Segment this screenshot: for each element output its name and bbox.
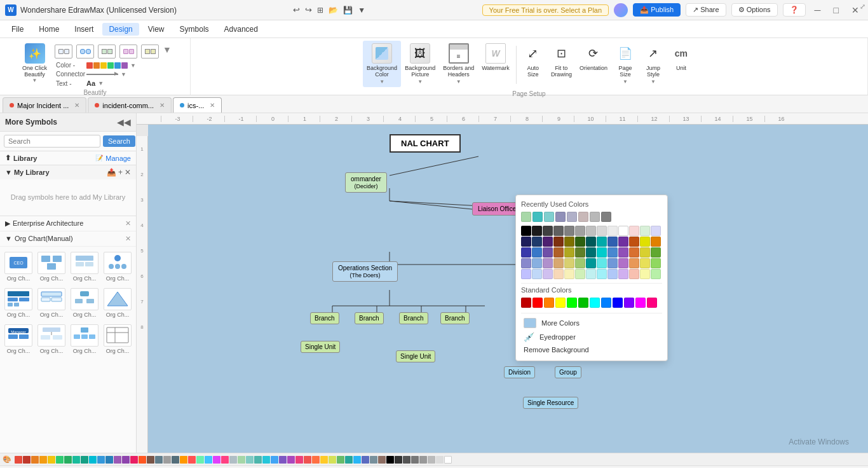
bottom-swatch[interactable] <box>238 456 245 464</box>
tab-close-1[interactable]: ✕ <box>74 102 79 109</box>
color-swatch[interactable] <box>640 247 650 258</box>
bottom-swatch[interactable] <box>64 456 72 464</box>
recent-color-5[interactable] <box>567 212 577 222</box>
org-node-commander[interactable]: ommander(Decider) <box>345 172 387 193</box>
search-button[interactable]: Search <box>103 135 135 147</box>
bottom-swatch[interactable] <box>221 456 229 464</box>
bottom-swatch[interactable] <box>370 456 377 464</box>
tab-ics[interactable]: ics-... ✕ <box>173 97 222 113</box>
my-lib-add-btn[interactable]: + <box>118 168 123 177</box>
std-color-blue[interactable] <box>601 298 611 308</box>
color-swatch[interactable] <box>532 237 542 247</box>
bottom-swatch[interactable] <box>105 456 113 464</box>
background-color-btn[interactable]: BackgroundColor ▼ <box>363 41 401 87</box>
bottom-swatch[interactable] <box>295 456 303 464</box>
bottom-swatch[interactable] <box>254 456 262 464</box>
bottom-swatch[interactable] <box>15 456 22 464</box>
new-btn[interactable]: ⊞ <box>317 6 323 15</box>
bottom-swatch[interactable] <box>39 456 47 464</box>
open-btn[interactable]: 📂 <box>329 6 338 15</box>
color-swatch[interactable] <box>597 269 607 279</box>
jump-style-btn[interactable]: ↗ JumpStyle ▼ <box>639 41 667 87</box>
color-swatch[interactable] <box>553 237 564 247</box>
bottom-swatch[interactable] <box>122 456 130 464</box>
bottom-swatch[interactable] <box>279 456 287 464</box>
shape-variant-5[interactable] <box>140 43 160 60</box>
symbol-item[interactable]: Manager Org Ch... <box>3 322 34 357</box>
std-color-yellow[interactable] <box>555 298 566 308</box>
org-node-branch-3[interactable]: Branch <box>399 312 428 324</box>
bottom-swatch[interactable] <box>287 456 295 464</box>
page-size-btn[interactable]: 📄 PageSize ▼ <box>611 41 639 87</box>
color-swatch[interactable] <box>564 226 574 236</box>
library-manage-btn[interactable]: Manage <box>105 155 131 162</box>
color-swatch[interactable] <box>575 247 585 258</box>
color-swatch[interactable] <box>640 258 650 268</box>
tab-major-incident[interactable]: Major Incident ... ✕ <box>3 97 86 113</box>
color-swatch[interactable] <box>532 258 542 268</box>
org-node-division[interactable]: Division <box>504 366 535 378</box>
save-btn[interactable]: 💾 <box>343 6 353 15</box>
symbol-item[interactable]: CEO Org Ch... <box>3 249 34 284</box>
color-swatch[interactable] <box>553 247 564 258</box>
menu-home[interactable]: Home <box>32 23 65 36</box>
color-swatch[interactable] <box>586 226 596 236</box>
background-picture-btn[interactable]: 🖼 BackgroundPicture ▼ <box>401 41 439 87</box>
color-swatch[interactable] <box>564 247 574 258</box>
bottom-swatch[interactable] <box>23 456 31 464</box>
color-swatch[interactable] <box>521 237 531 247</box>
color-swatch[interactable] <box>651 226 661 236</box>
color-swatch[interactable] <box>564 237 574 247</box>
tab-incident-comm[interactable]: incident-comm... ✕ <box>88 97 172 113</box>
bottom-swatch[interactable] <box>130 456 138 464</box>
maximize-btn[interactable]: □ <box>830 4 843 17</box>
color-swatch[interactable] <box>521 269 531 279</box>
bottom-swatch[interactable] <box>246 456 254 464</box>
color-swatch[interactable] <box>629 269 639 279</box>
color-swatch[interactable] <box>651 258 661 268</box>
symbol-item[interactable]: Org Ch... <box>102 322 133 357</box>
bottom-swatch[interactable] <box>329 456 336 464</box>
symbol-item[interactable]: Org Ch... <box>36 286 67 320</box>
bottom-swatch[interactable] <box>428 456 435 464</box>
bottom-swatch[interactable] <box>271 456 278 464</box>
std-color-green[interactable] <box>578 298 588 308</box>
color-swatch[interactable] <box>618 258 628 268</box>
bottom-swatch[interactable] <box>337 456 344 464</box>
color-swatch[interactable] <box>618 237 628 247</box>
fit-to-drawing-btn[interactable]: ⊡ Fit toDrawing <box>547 41 576 80</box>
bottom-swatch[interactable] <box>72 456 80 464</box>
color-swatch[interactable] <box>543 269 553 279</box>
bottom-swatch[interactable] <box>395 456 402 464</box>
std-color-purple[interactable] <box>624 298 634 308</box>
bottom-swatch[interactable] <box>147 456 154 464</box>
my-lib-close-btn[interactable]: ✕ <box>125 168 131 177</box>
org-node-branch-1[interactable]: Branch <box>310 312 339 324</box>
color-swatch[interactable] <box>607 258 618 268</box>
tab-close-2[interactable]: ✕ <box>159 102 165 109</box>
color-swatch[interactable] <box>651 269 661 279</box>
shape-variant-2[interactable] <box>75 43 95 60</box>
std-color-magenta[interactable] <box>635 298 646 308</box>
recent-color-7[interactable] <box>590 212 600 222</box>
canvas-area[interactable]: -3 -2 -1 0 1 2 3 4 5 6 7 8 9 10 11 12 13… <box>137 113 868 453</box>
symbol-item[interactable]: Org Ch... <box>69 249 100 284</box>
publish-btn[interactable]: 📤 Publish <box>633 3 681 17</box>
std-color-lime[interactable] <box>567 298 577 308</box>
bottom-swatch[interactable] <box>172 456 179 464</box>
bottom-swatch-black[interactable] <box>386 456 394 464</box>
orientation-btn[interactable]: ⟳ Orientation <box>576 41 611 74</box>
std-color-red[interactable] <box>532 298 543 308</box>
color-swatch[interactable] <box>575 269 585 279</box>
symbol-item[interactable]: Org Ch... <box>69 286 100 320</box>
tab-close-3[interactable]: ✕ <box>210 102 215 109</box>
bottom-swatch-white[interactable] <box>444 456 452 464</box>
canvas-drawing-area[interactable]: NAL CHART ommander(Decider) Liaison Offi… <box>148 125 868 453</box>
std-color-cyan[interactable] <box>590 298 600 308</box>
bottom-swatch[interactable] <box>188 456 196 464</box>
color-swatch[interactable] <box>543 226 553 236</box>
color-swatch[interactable] <box>640 237 650 247</box>
std-color-pink[interactable] <box>647 298 657 308</box>
bottom-swatch[interactable] <box>312 456 320 464</box>
bottom-swatch[interactable] <box>48 456 55 464</box>
